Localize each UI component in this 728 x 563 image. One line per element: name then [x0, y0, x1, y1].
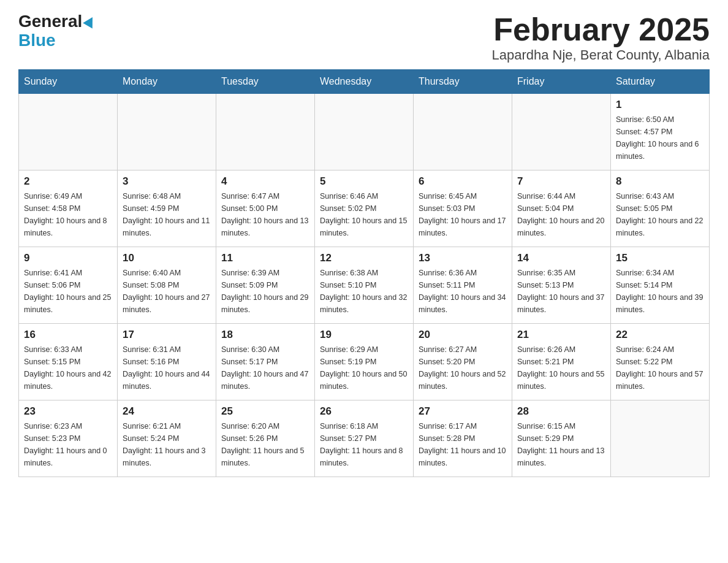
calendar-day-header: Thursday: [414, 70, 512, 94]
day-info: Sunrise: 6:17 AMSunset: 5:28 PMDaylight:…: [419, 420, 507, 469]
day-info: Sunrise: 6:34 AMSunset: 5:14 PMDaylight:…: [616, 267, 704, 316]
day-info: Sunrise: 6:43 AMSunset: 5:05 PMDaylight:…: [616, 190, 704, 239]
calendar-cell: 8Sunrise: 6:43 AMSunset: 5:05 PMDaylight…: [611, 170, 710, 247]
day-number: 4: [221, 175, 309, 188]
day-number: 25: [221, 405, 309, 418]
calendar-cell: 18Sunrise: 6:30 AMSunset: 5:17 PMDayligh…: [216, 324, 315, 400]
title-block: February 2025 Lapardha Nje, Berat County…: [492, 12, 710, 63]
day-number: 9: [24, 252, 112, 264]
calendar-cell: 26Sunrise: 6:18 AMSunset: 5:27 PMDayligh…: [315, 400, 414, 477]
calendar-cell: 15Sunrise: 6:34 AMSunset: 5:14 PMDayligh…: [611, 247, 710, 324]
calendar-cell: 19Sunrise: 6:29 AMSunset: 5:19 PMDayligh…: [315, 324, 414, 400]
day-number: 18: [221, 329, 309, 341]
calendar-cell: 25Sunrise: 6:20 AMSunset: 5:26 PMDayligh…: [216, 400, 315, 477]
day-info: Sunrise: 6:20 AMSunset: 5:26 PMDaylight:…: [221, 420, 309, 469]
calendar-cell: [512, 94, 611, 170]
calendar-cell: 4Sunrise: 6:47 AMSunset: 5:00 PMDaylight…: [216, 170, 315, 247]
day-info: Sunrise: 6:49 AMSunset: 4:58 PMDaylight:…: [24, 190, 112, 239]
calendar-day-header: Sunday: [19, 70, 118, 94]
day-info: Sunrise: 6:39 AMSunset: 5:09 PMDaylight:…: [221, 267, 309, 316]
logo: General Blue: [18, 12, 96, 50]
day-number: 26: [320, 405, 408, 418]
calendar-cell: 17Sunrise: 6:31 AMSunset: 5:16 PMDayligh…: [118, 324, 216, 400]
calendar-header-row: SundayMondayTuesdayWednesdayThursdayFrid…: [19, 70, 710, 94]
day-number: 17: [123, 329, 211, 341]
day-number: 24: [123, 405, 211, 418]
day-number: 20: [419, 329, 507, 341]
calendar-cell: 10Sunrise: 6:40 AMSunset: 5:08 PMDayligh…: [118, 247, 216, 324]
day-number: 10: [123, 252, 211, 264]
calendar-cell: 24Sunrise: 6:21 AMSunset: 5:24 PMDayligh…: [118, 400, 216, 477]
day-number: 2: [24, 175, 112, 188]
day-info: Sunrise: 6:18 AMSunset: 5:27 PMDaylight:…: [320, 420, 408, 469]
day-info: Sunrise: 6:33 AMSunset: 5:15 PMDaylight:…: [24, 343, 112, 393]
calendar-cell: [414, 94, 512, 170]
day-number: 19: [320, 329, 408, 341]
calendar-day-header: Wednesday: [315, 70, 414, 94]
calendar-cell: 23Sunrise: 6:23 AMSunset: 5:23 PMDayligh…: [19, 400, 118, 477]
calendar-cell: 7Sunrise: 6:44 AMSunset: 5:04 PMDaylight…: [512, 170, 611, 247]
calendar-cell: 2Sunrise: 6:49 AMSunset: 4:58 PMDaylight…: [19, 170, 118, 247]
day-number: 8: [616, 175, 704, 188]
day-info: Sunrise: 6:36 AMSunset: 5:11 PMDaylight:…: [419, 267, 507, 316]
day-info: Sunrise: 6:48 AMSunset: 4:59 PMDaylight:…: [123, 190, 211, 239]
logo-triangle-icon: [83, 15, 97, 29]
calendar-week-row: 2Sunrise: 6:49 AMSunset: 4:58 PMDaylight…: [19, 170, 710, 247]
day-number: 27: [419, 405, 507, 418]
calendar-cell: 3Sunrise: 6:48 AMSunset: 4:59 PMDaylight…: [118, 170, 216, 247]
calendar-day-header: Monday: [118, 70, 216, 94]
calendar-cell: 27Sunrise: 6:17 AMSunset: 5:28 PMDayligh…: [414, 400, 512, 477]
day-info: Sunrise: 6:30 AMSunset: 5:17 PMDaylight:…: [221, 343, 309, 393]
calendar-cell: 14Sunrise: 6:35 AMSunset: 5:13 PMDayligh…: [512, 247, 611, 324]
day-info: Sunrise: 6:47 AMSunset: 5:00 PMDaylight:…: [221, 190, 309, 239]
logo-general-text: General: [18, 12, 82, 31]
page-subtitle: Lapardha Nje, Berat County, Albania: [492, 47, 710, 63]
calendar-cell: 22Sunrise: 6:24 AMSunset: 5:22 PMDayligh…: [611, 324, 710, 400]
calendar-cell: 28Sunrise: 6:15 AMSunset: 5:29 PMDayligh…: [512, 400, 611, 477]
calendar-cell: 6Sunrise: 6:45 AMSunset: 5:03 PMDaylight…: [414, 170, 512, 247]
day-number: 12: [320, 252, 408, 264]
day-info: Sunrise: 6:46 AMSunset: 5:02 PMDaylight:…: [320, 190, 408, 239]
day-info: Sunrise: 6:38 AMSunset: 5:10 PMDaylight:…: [320, 267, 408, 316]
calendar-week-row: 9Sunrise: 6:41 AMSunset: 5:06 PMDaylight…: [19, 247, 710, 324]
calendar-day-header: Tuesday: [216, 70, 315, 94]
calendar-cell: 1Sunrise: 6:50 AMSunset: 4:57 PMDaylight…: [611, 94, 710, 170]
day-info: Sunrise: 6:41 AMSunset: 5:06 PMDaylight:…: [24, 267, 112, 316]
calendar-cell: 16Sunrise: 6:33 AMSunset: 5:15 PMDayligh…: [19, 324, 118, 400]
day-info: Sunrise: 6:40 AMSunset: 5:08 PMDaylight:…: [123, 267, 211, 316]
day-info: Sunrise: 6:44 AMSunset: 5:04 PMDaylight:…: [517, 190, 605, 239]
day-info: Sunrise: 6:29 AMSunset: 5:19 PMDaylight:…: [320, 343, 408, 393]
calendar-week-row: 1Sunrise: 6:50 AMSunset: 4:57 PMDaylight…: [19, 94, 710, 170]
day-number: 22: [616, 329, 704, 341]
calendar-cell: [118, 94, 216, 170]
day-number: 11: [221, 252, 309, 264]
day-number: 7: [517, 175, 605, 188]
calendar-week-row: 23Sunrise: 6:23 AMSunset: 5:23 PMDayligh…: [19, 400, 710, 477]
page-title: February 2025: [492, 12, 710, 47]
day-info: Sunrise: 6:15 AMSunset: 5:29 PMDaylight:…: [517, 420, 605, 469]
day-number: 5: [320, 175, 408, 188]
day-info: Sunrise: 6:45 AMSunset: 5:03 PMDaylight:…: [419, 190, 507, 239]
day-number: 1: [616, 99, 704, 111]
day-number: 13: [419, 252, 507, 264]
day-number: 3: [123, 175, 211, 188]
day-info: Sunrise: 6:23 AMSunset: 5:23 PMDaylight:…: [24, 420, 112, 469]
day-number: 28: [517, 405, 605, 418]
calendar-week-row: 16Sunrise: 6:33 AMSunset: 5:15 PMDayligh…: [19, 324, 710, 400]
day-number: 21: [517, 329, 605, 341]
calendar-cell: 21Sunrise: 6:26 AMSunset: 5:21 PMDayligh…: [512, 324, 611, 400]
calendar-day-header: Friday: [512, 70, 611, 94]
day-number: 16: [24, 329, 112, 341]
logo-blue-text: Blue: [18, 31, 96, 50]
calendar-cell: [216, 94, 315, 170]
calendar-cell: 9Sunrise: 6:41 AMSunset: 5:06 PMDaylight…: [19, 247, 118, 324]
day-number: 14: [517, 252, 605, 264]
calendar-table: SundayMondayTuesdayWednesdayThursdayFrid…: [18, 69, 710, 477]
calendar-cell: 5Sunrise: 6:46 AMSunset: 5:02 PMDaylight…: [315, 170, 414, 247]
calendar-cell: 13Sunrise: 6:36 AMSunset: 5:11 PMDayligh…: [414, 247, 512, 324]
calendar-cell: [315, 94, 414, 170]
day-number: 6: [419, 175, 507, 188]
day-info: Sunrise: 6:31 AMSunset: 5:16 PMDaylight:…: [123, 343, 211, 393]
day-info: Sunrise: 6:50 AMSunset: 4:57 PMDaylight:…: [616, 113, 704, 163]
day-info: Sunrise: 6:24 AMSunset: 5:22 PMDaylight:…: [616, 343, 704, 393]
